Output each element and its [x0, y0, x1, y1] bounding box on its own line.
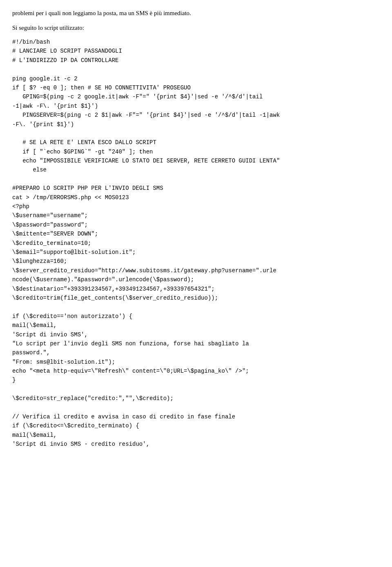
script-intro-text: Si seguito lo script utilizzato:	[12, 23, 380, 33]
code-block: #!/bin/bash # LANCIARE LO SCRIPT PASSAND…	[12, 38, 380, 449]
intro-paragraph: problemi per i quali non leggiamo la pos…	[12, 8, 380, 18]
page-content: problemi per i quali non leggiamo la pos…	[12, 8, 380, 449]
